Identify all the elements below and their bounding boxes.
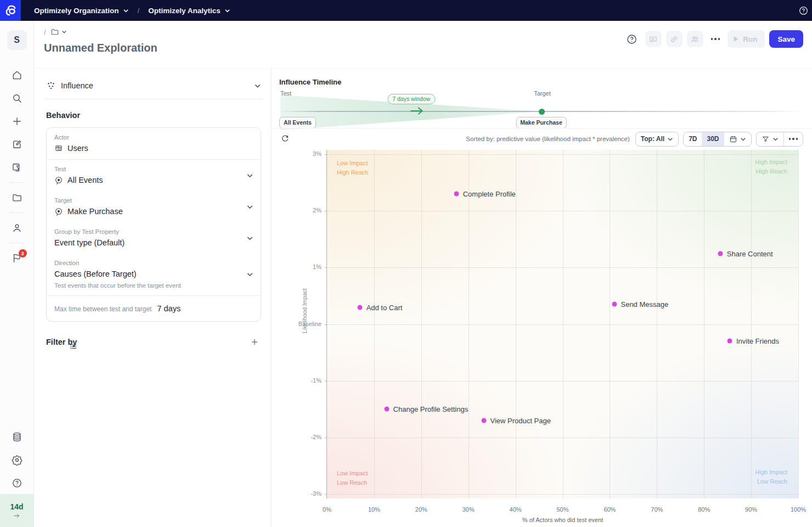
run-button[interactable]: Run [728, 30, 765, 48]
group-by-label: Group by Test Property [54, 228, 253, 235]
sidebar-item-create[interactable] [6, 110, 28, 132]
more-actions-button[interactable] [708, 35, 724, 43]
run-label: Run [743, 35, 757, 43]
point-label: Complete Profile [463, 190, 516, 198]
chart-filter-dropdown[interactable] [757, 132, 783, 146]
breadcrumb-folder-dropdown[interactable] [50, 27, 67, 36]
rail-divider [10, 243, 24, 243]
sidebar-item-experiments[interactable] [6, 156, 28, 178]
quadrant-label-low-impact-high-reach: Low ImpactHigh Reach [337, 159, 368, 177]
play-icon [733, 36, 739, 42]
sidebar-item-home[interactable] [6, 64, 28, 86]
sidebar-item-search[interactable] [6, 87, 28, 109]
test-field[interactable]: Test All Events [47, 159, 261, 191]
data-point-add-to-cart[interactable]: Add to Cart [358, 303, 403, 311]
exploration-help-button[interactable] [626, 33, 638, 45]
save-button[interactable]: Save [769, 30, 803, 48]
app-switcher[interactable]: Optimizely Analytics [143, 7, 236, 15]
quadrant-label-line: High Impact [755, 158, 787, 167]
timeline-window-pill[interactable]: 7 days window [387, 94, 435, 104]
filter-more-group [756, 132, 804, 147]
y-axis-title: Likelihood Impact [301, 281, 308, 341]
range-7d-button[interactable]: 7D [684, 132, 702, 146]
trial-countdown[interactable]: 14d [0, 494, 34, 527]
calendar-dropdown[interactable] [724, 132, 751, 146]
data-point-view-product-page[interactable]: View Product Page [482, 416, 551, 424]
chart-more-button[interactable] [784, 132, 803, 146]
target-value: Make Purchase [67, 207, 123, 216]
x-tick-label: 50% [556, 506, 568, 513]
timeline-start-pill[interactable]: All Events [279, 117, 316, 128]
data-point-send-message[interactable]: Send Message [612, 300, 668, 309]
test-label: Test [54, 166, 253, 172]
max-time-label: Max time between test and target [54, 305, 151, 313]
refresh-button[interactable] [279, 133, 291, 145]
event-target-icon [54, 176, 63, 184]
sidebar-item-data[interactable] [6, 426, 28, 448]
point-dot [482, 418, 487, 423]
chevron-down-icon [254, 82, 261, 89]
share-link-button[interactable] [666, 31, 683, 47]
sidebar-item-account[interactable] [6, 217, 28, 239]
range-30d-button[interactable]: 30D [702, 132, 724, 146]
group-by-field[interactable]: Group by Test Property Event type (Defau… [47, 222, 261, 254]
navbar-separator: / [134, 7, 143, 15]
test-value: All Events [67, 176, 103, 184]
timeline-end-pill[interactable]: Make Purchase [516, 117, 566, 128]
point-dot [728, 339, 732, 344]
comments-button[interactable] [645, 31, 662, 47]
quadrant-label-line: High Reach [337, 168, 368, 177]
x-tick-label: 80% [698, 506, 710, 513]
exploration-type-dropdown[interactable]: Influence [46, 75, 261, 96]
search-icon [12, 93, 22, 104]
direction-field[interactable]: Direction Causes (Before Target) Test ev… [47, 254, 261, 295]
folder-icon [12, 192, 22, 203]
data-point-change-profile-settings[interactable]: Change Profile Settings [385, 405, 469, 413]
help-icon [798, 5, 809, 16]
top-navbar: Optimizely Organization / Optimizely Ana… [0, 0, 812, 21]
point-dot [358, 305, 363, 310]
sidebar-item-folders[interactable] [6, 187, 28, 209]
data-point-invite-friends[interactable]: Invite Friends [728, 337, 779, 345]
quadrant-label-line: High Impact [755, 468, 787, 477]
viz-pane: Influence Timeline Test Target 7 days wi… [272, 69, 812, 527]
add-filter-button[interactable] [248, 335, 261, 349]
sidebar-item-notifications[interactable]: 3 [6, 247, 28, 269]
navbar-help-button[interactable] [798, 5, 809, 16]
plus-icon [250, 338, 259, 346]
data-point-share-content[interactable]: Share Content [718, 249, 773, 257]
x-tick-label: 40% [510, 506, 522, 513]
chevron-down-icon [246, 234, 253, 242]
scatter-plot-area[interactable]: Likelihood Impact % of Actors who did te… [326, 150, 798, 498]
y-tick-mark [325, 267, 327, 268]
sidebar-item-help[interactable] [6, 472, 28, 494]
target-field[interactable]: Target Make Purchase [47, 191, 261, 222]
max-time-field[interactable]: Max time between test and target 7 days [47, 295, 261, 321]
sidebar-item-explorations[interactable] [6, 133, 28, 155]
data-point-complete-profile[interactable]: Complete Profile [454, 190, 516, 198]
top-dropdown[interactable]: Top: All [635, 132, 679, 147]
help-icon [626, 33, 638, 45]
timeline-target-dot [539, 109, 545, 115]
v-gridline [657, 150, 657, 498]
direction-label: Direction [54, 260, 253, 266]
rail-divider [10, 212, 24, 213]
chevron-down-icon [246, 172, 253, 179]
collaborators-button[interactable] [687, 31, 703, 47]
sorted-by-text: Sorted by: predictive value (likelihood … [466, 136, 630, 142]
plus-icon [12, 116, 22, 127]
org-switcher[interactable]: Optimizely Organization [29, 7, 134, 15]
actor-field[interactable]: Actor Users [47, 128, 261, 159]
main-content: / Unnamed Exploration [34, 21, 812, 527]
influence-icon [46, 81, 56, 91]
point-dot [385, 407, 390, 412]
point-label: Change Profile Settings [393, 405, 469, 413]
sidebar-item-settings[interactable] [6, 449, 28, 471]
x-tick-label: 0% [323, 506, 331, 513]
comment-icon [649, 35, 658, 44]
point-label: Send Message [621, 300, 668, 309]
panel-drag-handle[interactable] [69, 343, 77, 351]
optimizely-logo[interactable] [0, 0, 21, 21]
workspace-avatar[interactable]: S [7, 30, 27, 50]
y-tick-mark [325, 438, 327, 438]
